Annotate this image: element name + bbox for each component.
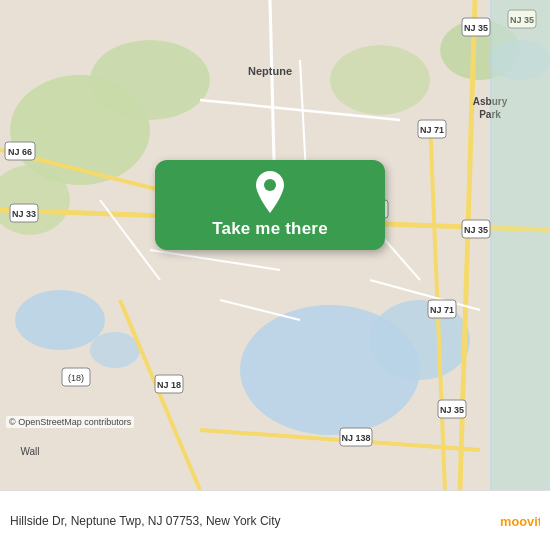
svg-point-55 — [264, 179, 276, 191]
location-pin-icon — [252, 171, 288, 215]
svg-point-4 — [330, 45, 430, 115]
svg-text:NJ 35: NJ 35 — [464, 225, 488, 235]
svg-text:NJ 71: NJ 71 — [420, 125, 444, 135]
bottom-bar: Hillside Dr, Neptune Twp, NJ 07753, New … — [0, 490, 550, 550]
svg-text:NJ 35: NJ 35 — [440, 405, 464, 415]
take-me-there-label: Take me there — [212, 219, 328, 239]
svg-rect-54 — [492, 0, 550, 490]
svg-text:moovit: moovit — [500, 513, 540, 528]
svg-text:Neptune: Neptune — [248, 65, 292, 77]
svg-text:NJ 66: NJ 66 — [8, 147, 32, 157]
svg-text:NJ 35: NJ 35 — [464, 23, 488, 33]
take-me-there-button[interactable]: Take me there — [155, 160, 385, 250]
svg-point-9 — [90, 332, 140, 368]
svg-text:NJ 33: NJ 33 — [12, 209, 36, 219]
address-text: Hillside Dr, Neptune Twp, NJ 07753, New … — [10, 514, 500, 528]
svg-point-3 — [90, 40, 210, 120]
osm-attribution: © OpenStreetMap contributors — [6, 416, 134, 428]
svg-text:Wall: Wall — [20, 446, 39, 457]
svg-text:NJ 138: NJ 138 — [341, 433, 370, 443]
svg-text:(18): (18) — [68, 373, 84, 383]
moovit-icon: moovit — [500, 507, 540, 535]
svg-point-8 — [15, 290, 105, 350]
svg-text:NJ 71: NJ 71 — [430, 305, 454, 315]
moovit-logo: moovit — [500, 507, 540, 535]
svg-text:NJ 18: NJ 18 — [157, 380, 181, 390]
map-container: NJ 35 NJ 35 NJ 35 NJ 71 NJ 71 NJ 33 33 N… — [0, 0, 550, 490]
